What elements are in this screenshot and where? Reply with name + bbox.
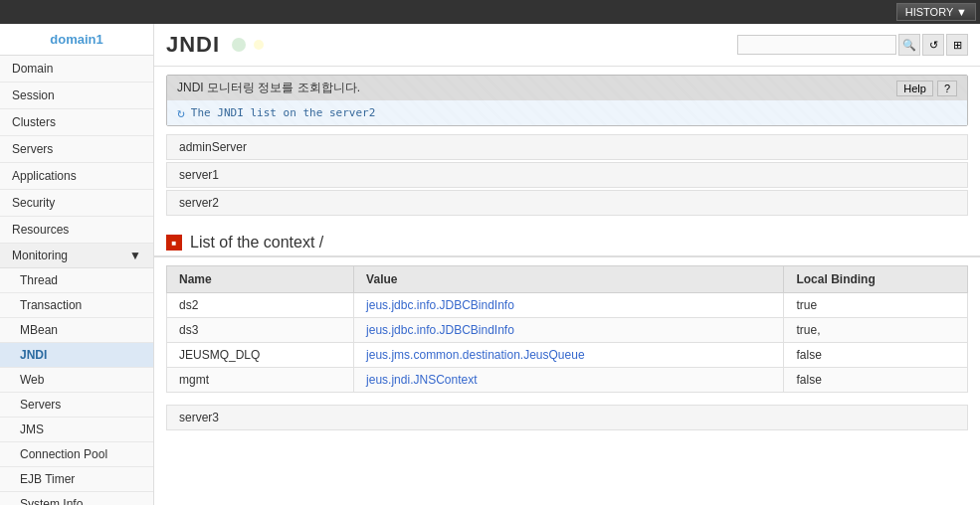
sidebar-title[interactable]: domain1 (0, 24, 153, 56)
sidebar-item-transaction[interactable]: Transaction (0, 293, 153, 318)
server-item-1[interactable]: server1 (166, 162, 968, 188)
table-row: mgmtjeus.jndi.JNSContextfalse (167, 368, 968, 393)
help-area: Help ? (896, 81, 957, 96)
sidebar: domain1 Domain Session Clusters Servers … (0, 24, 154, 505)
server-item-admin[interactable]: adminServer (166, 134, 968, 160)
sidebar-item-clusters[interactable]: Clusters (0, 109, 153, 136)
search-area: 🔍 ↺ ⊞ (737, 34, 968, 56)
header-decorations (232, 38, 264, 52)
section-header: List of the context / (154, 226, 980, 257)
refresh-button[interactable]: ↺ (922, 34, 944, 56)
main-layout: domain1 Domain Session Clusters Servers … (0, 24, 980, 505)
sidebar-item-mbean[interactable]: MBean (0, 318, 153, 343)
server-list: adminServer server1 server2 (166, 134, 968, 218)
cell-name: ds2 (167, 293, 354, 318)
cell-name: mgmt (167, 368, 354, 393)
cell-value[interactable]: jeus.jms.common.destination.JeusQueue (354, 343, 784, 368)
sidebar-item-jndi[interactable]: JNDI (0, 343, 153, 368)
search-button[interactable]: 🔍 (898, 34, 920, 56)
section-icon (166, 235, 182, 251)
cell-local-binding: true (784, 293, 968, 318)
table-row: ds2jeus.jdbc.info.JDBCBindInfotrue (167, 293, 968, 318)
info-banner: JNDI 모니터링 정보를 조회합니다. Help ? ↻ The JNDI l… (166, 75, 968, 126)
cell-name: ds3 (167, 318, 354, 343)
context-table: Name Value Local Binding ds2jeus.jdbc.in… (166, 265, 968, 393)
sidebar-item-jms[interactable]: JMS (0, 418, 153, 442)
info-message: JNDI 모니터링 정보를 조회합니다. (177, 80, 360, 96)
cell-value[interactable]: jeus.jdbc.info.JDBCBindInfo (354, 293, 784, 318)
page-title: JNDI (166, 32, 220, 58)
cell-value[interactable]: jeus.jndi.JNSContext (354, 368, 784, 393)
cell-local-binding: false (784, 368, 968, 393)
sidebar-item-connection-pool[interactable]: Connection Pool (0, 442, 153, 467)
dot-yellow (254, 40, 264, 50)
refresh-icon: ↻ (177, 105, 185, 120)
table-row: JEUSMQ_DLQjeus.jms.common.destination.Je… (167, 343, 968, 368)
top-bar: HISTORY ▼ (0, 0, 980, 24)
history-button[interactable]: HISTORY ▼ (896, 3, 976, 21)
table-row: ds3jeus.jdbc.info.JDBCBindInfotrue, (167, 318, 968, 343)
sidebar-item-applications[interactable]: Applications (0, 163, 153, 190)
footer-server[interactable]: server3 (166, 405, 968, 430)
info-banner-sub: ↻ The JNDI list on the server2 (167, 100, 967, 125)
sidebar-item-security[interactable]: Security (0, 190, 153, 217)
sidebar-item-web[interactable]: Web (0, 368, 153, 393)
cell-local-binding: false (784, 343, 968, 368)
help-icon-button[interactable]: ? (937, 81, 957, 96)
col-local-binding: Local Binding (784, 266, 968, 293)
col-name: Name (167, 266, 354, 293)
info-banner-top: JNDI 모니터링 정보를 조회합니다. Help ? (167, 76, 967, 100)
server-item-2[interactable]: server2 (166, 190, 968, 216)
help-button[interactable]: Help (896, 81, 933, 96)
section-title: List of the context / (190, 234, 323, 252)
content-header: JNDI 🔍 ↺ ⊞ (154, 24, 980, 67)
search-input[interactable] (737, 35, 896, 55)
col-value: Value (354, 266, 784, 293)
export-button[interactable]: ⊞ (946, 34, 968, 56)
cell-local-binding: true, (784, 318, 968, 343)
sidebar-item-mon-servers[interactable]: Servers (0, 393, 153, 418)
sidebar-item-resources[interactable]: Resources (0, 217, 153, 244)
sidebar-item-session[interactable]: Session (0, 83, 153, 109)
sidebar-item-domain[interactable]: Domain (0, 56, 153, 83)
sidebar-item-system-info[interactable]: System Info (0, 492, 153, 505)
cell-value[interactable]: jeus.jdbc.info.JDBCBindInfo (354, 318, 784, 343)
sidebar-section-monitoring[interactable]: Monitoring ▼ (0, 244, 153, 268)
sidebar-item-servers[interactable]: Servers (0, 136, 153, 163)
cell-name: JEUSMQ_DLQ (167, 343, 354, 368)
content-area: JNDI 🔍 ↺ ⊞ JNDI 모니터링 정보를 조회합니다. Help ? (154, 24, 980, 505)
info-sub-message: The JNDI list on the server2 (191, 106, 375, 119)
chevron-icon: ▼ (129, 249, 141, 262)
monitoring-label: Monitoring (12, 249, 68, 262)
sidebar-item-ejb-timer[interactable]: EJB Timer (0, 467, 153, 492)
dot-green (232, 38, 246, 52)
sidebar-item-thread[interactable]: Thread (0, 268, 153, 293)
